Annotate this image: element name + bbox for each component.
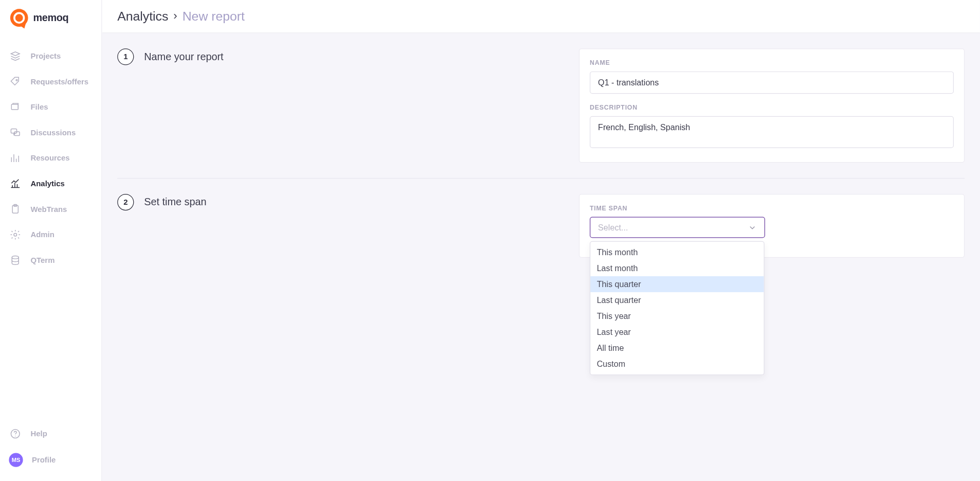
gear-icon <box>9 228 22 241</box>
chat-icon <box>9 127 22 139</box>
breadcrumb: Analytics › New report <box>102 0 980 33</box>
logo-text: memoq <box>33 12 68 24</box>
card-name-report: NAME DESCRIPTION <box>579 48 965 163</box>
label-name: NAME <box>590 59 954 66</box>
chevron-down-icon <box>748 223 757 231</box>
time-span-option[interactable]: All time <box>590 340 764 356</box>
sidebar-item-label: Files <box>31 103 48 112</box>
sidebar-item-analytics[interactable]: Analytics <box>0 171 101 197</box>
tag-icon <box>9 75 22 88</box>
bars-icon <box>9 152 22 165</box>
main: Analytics › New report 1 Name your repor… <box>102 0 980 481</box>
sidebar-item-files[interactable]: Files <box>0 95 101 120</box>
svg-point-7 <box>12 256 19 259</box>
time-span-select[interactable]: Select... <box>590 217 765 238</box>
sidebar-item-profile[interactable]: MS Profile <box>0 447 101 473</box>
content: 1 Name your report NAME DESCRIPTION <box>102 33 980 288</box>
step-title-2: Set time span <box>144 194 206 210</box>
breadcrumb-root[interactable]: Analytics <box>117 9 168 24</box>
sidebar: memoq Projects Requests/offers Files <box>0 0 102 481</box>
time-span-option[interactable]: Last quarter <box>590 292 764 308</box>
step-badge-2: 2 <box>117 194 134 210</box>
sidebar-item-label: Analytics <box>31 179 65 188</box>
step-title-1: Name your report <box>144 48 223 65</box>
report-description-input[interactable] <box>590 116 954 148</box>
stack-icon <box>9 50 22 63</box>
sidebar-item-label: Requests/offers <box>31 77 88 86</box>
svg-point-9 <box>15 436 15 436</box>
sidebar-item-label: Resources <box>31 154 70 163</box>
time-span-option[interactable]: Last year <box>590 324 764 340</box>
sidebar-bottom: Help MS Profile <box>0 421 101 481</box>
sidebar-item-help[interactable]: Help <box>0 421 101 447</box>
svg-rect-2 <box>11 129 16 133</box>
breadcrumb-separator: › <box>173 10 177 23</box>
time-span-dropdown: This monthLast monthThis quarterLast qua… <box>590 241 765 375</box>
card-time-span: TIME SPAN Select... This monthLast month… <box>579 194 965 258</box>
time-span-option[interactable]: Last month <box>590 260 764 276</box>
folder-icon <box>9 101 22 114</box>
sidebar-item-webtrans[interactable]: WebTrans <box>0 197 101 222</box>
time-span-option[interactable]: This quarter <box>590 276 764 292</box>
time-span-placeholder: Select... <box>598 223 628 233</box>
help-icon <box>9 427 22 440</box>
sidebar-item-label: QTerm <box>31 256 55 264</box>
logo[interactable]: memoq <box>0 0 101 38</box>
breadcrumb-current: New report <box>183 9 245 24</box>
sidebar-item-qterm[interactable]: QTerm <box>0 247 101 273</box>
logo-mark-icon <box>10 9 28 27</box>
clipboard-icon <box>9 203 22 216</box>
sidebar-item-label: WebTrans <box>31 205 67 213</box>
sidebar-item-resources[interactable]: Resources <box>0 146 101 171</box>
sidebar-item-projects[interactable]: Projects <box>0 43 101 69</box>
sidebar-item-discussions[interactable]: Discussions <box>0 120 101 146</box>
section-time-span: 2 Set time span TIME SPAN Select... <box>117 178 965 273</box>
time-span-option[interactable]: This year <box>590 308 764 324</box>
time-span-option[interactable]: This month <box>590 244 764 260</box>
analytics-icon <box>9 177 22 190</box>
report-name-input[interactable] <box>590 72 954 94</box>
svg-rect-1 <box>11 104 18 110</box>
sidebar-nav: Projects Requests/offers Files Discussio… <box>0 38 101 421</box>
svg-point-0 <box>16 80 17 81</box>
database-icon <box>9 254 22 267</box>
sidebar-item-admin[interactable]: Admin <box>0 222 101 248</box>
avatar: MS <box>9 453 23 467</box>
label-time-span: TIME SPAN <box>590 205 954 212</box>
label-description: DESCRIPTION <box>590 104 954 111</box>
sidebar-item-requests[interactable]: Requests/offers <box>0 69 101 95</box>
sidebar-item-label: Help <box>31 430 47 438</box>
step-badge-1: 1 <box>117 48 134 65</box>
sidebar-item-label: Admin <box>31 230 55 239</box>
sidebar-item-label: Projects <box>31 51 61 60</box>
sidebar-item-label: Profile <box>32 455 56 464</box>
svg-point-6 <box>14 234 17 237</box>
time-span-option[interactable]: Custom <box>590 356 764 372</box>
section-name-report: 1 Name your report NAME DESCRIPTION <box>117 48 965 178</box>
sidebar-item-label: Discussions <box>31 128 76 137</box>
